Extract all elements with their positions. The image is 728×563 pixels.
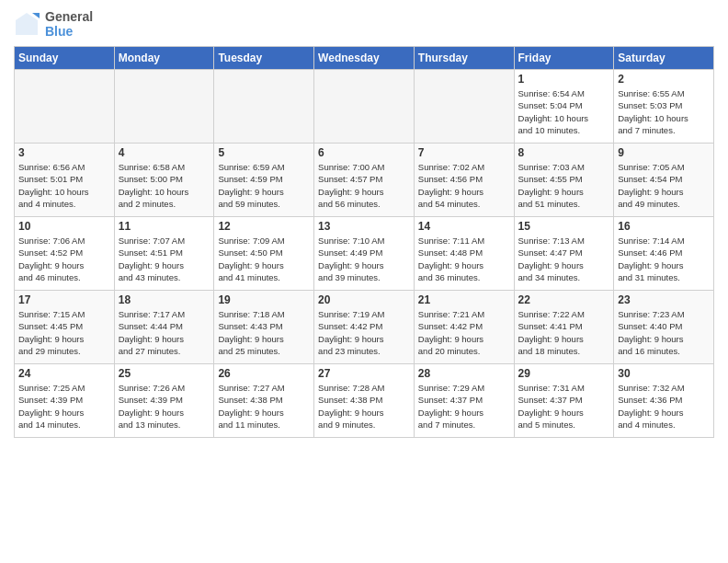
day-info: Sunrise: 7:09 AM Sunset: 4:50 PM Dayligh… xyxy=(218,235,310,283)
logo: General Blue xyxy=(14,9,93,39)
calendar-cell: 5Sunrise: 6:59 AM Sunset: 4:59 PM Daylig… xyxy=(214,144,314,217)
day-number: 20 xyxy=(318,293,410,306)
day-number: 18 xyxy=(119,293,210,306)
calendar-cell: 20Sunrise: 7:19 AM Sunset: 4:42 PM Dayli… xyxy=(314,291,415,364)
day-info: Sunrise: 6:56 AM Sunset: 5:01 PM Dayligh… xyxy=(18,161,110,210)
day-number: 14 xyxy=(418,220,510,233)
day-info: Sunrise: 7:23 AM Sunset: 4:40 PM Dayligh… xyxy=(618,308,710,357)
day-info: Sunrise: 7:32 AM Sunset: 4:36 PM Dayligh… xyxy=(618,382,710,431)
calendar-cell: 7Sunrise: 7:02 AM Sunset: 4:56 PM Daylig… xyxy=(414,144,514,217)
calendar-cell: 15Sunrise: 7:13 AM Sunset: 4:47 PM Dayli… xyxy=(514,217,614,291)
calendar-cell: 9Sunrise: 7:05 AM Sunset: 4:54 PM Daylig… xyxy=(614,144,714,217)
calendar-cell xyxy=(314,70,415,144)
day-number: 22 xyxy=(518,293,610,306)
day-info: Sunrise: 7:07 AM Sunset: 4:51 PM Dayligh… xyxy=(119,235,210,283)
main-container: General Blue SundayMondayTuesdayWednesda… xyxy=(0,0,728,447)
day-info: Sunrise: 7:25 AM Sunset: 4:39 PM Dayligh… xyxy=(18,382,110,431)
day-number: 28 xyxy=(418,367,510,380)
day-info: Sunrise: 7:05 AM Sunset: 4:54 PM Dayligh… xyxy=(618,161,710,210)
calendar-cell: 28Sunrise: 7:29 AM Sunset: 4:37 PM Dayli… xyxy=(414,364,514,438)
day-number: 4 xyxy=(119,146,210,159)
calendar-week-row: 10Sunrise: 7:06 AM Sunset: 4:52 PM Dayli… xyxy=(15,217,714,291)
header-area: General Blue xyxy=(14,9,714,39)
day-info: Sunrise: 7:14 AM Sunset: 4:46 PM Dayligh… xyxy=(618,235,710,283)
day-info: Sunrise: 7:13 AM Sunset: 4:47 PM Dayligh… xyxy=(518,235,610,283)
day-number: 30 xyxy=(618,367,710,380)
day-info: Sunrise: 6:55 AM Sunset: 5:03 PM Dayligh… xyxy=(618,87,710,136)
day-number: 23 xyxy=(618,293,710,306)
day-info: Sunrise: 7:11 AM Sunset: 4:48 PM Dayligh… xyxy=(418,235,510,283)
day-number: 13 xyxy=(318,220,410,233)
day-info: Sunrise: 6:59 AM Sunset: 4:59 PM Dayligh… xyxy=(218,161,310,210)
calendar-cell: 1Sunrise: 6:54 AM Sunset: 5:04 PM Daylig… xyxy=(514,70,614,144)
calendar-cell xyxy=(214,70,314,144)
calendar-week-row: 1Sunrise: 6:54 AM Sunset: 5:04 PM Daylig… xyxy=(15,70,714,144)
day-number: 6 xyxy=(318,146,410,159)
day-number: 15 xyxy=(518,220,610,233)
calendar-cell xyxy=(114,70,214,144)
logo-blue-text: Blue xyxy=(45,24,93,39)
day-number: 3 xyxy=(18,146,110,159)
day-info: Sunrise: 7:22 AM Sunset: 4:41 PM Dayligh… xyxy=(518,308,610,357)
calendar-table: SundayMondayTuesdayWednesdayThursdayFrid… xyxy=(14,46,714,438)
day-info: Sunrise: 7:29 AM Sunset: 4:37 PM Dayligh… xyxy=(418,382,510,431)
calendar-cell: 10Sunrise: 7:06 AM Sunset: 4:52 PM Dayli… xyxy=(15,217,115,291)
weekday-header-thursday: Thursday xyxy=(414,47,514,70)
day-info: Sunrise: 6:58 AM Sunset: 5:00 PM Dayligh… xyxy=(119,161,210,210)
day-info: Sunrise: 7:26 AM Sunset: 4:39 PM Dayligh… xyxy=(119,382,210,431)
day-number: 19 xyxy=(218,293,310,306)
day-info: Sunrise: 7:31 AM Sunset: 4:37 PM Dayligh… xyxy=(518,382,610,431)
calendar-cell: 19Sunrise: 7:18 AM Sunset: 4:43 PM Dayli… xyxy=(214,291,314,364)
day-info: Sunrise: 7:10 AM Sunset: 4:49 PM Dayligh… xyxy=(318,235,410,283)
day-number: 7 xyxy=(418,146,510,159)
day-info: Sunrise: 7:00 AM Sunset: 4:57 PM Dayligh… xyxy=(318,161,410,210)
calendar-week-row: 24Sunrise: 7:25 AM Sunset: 4:39 PM Dayli… xyxy=(15,364,714,438)
day-number: 1 xyxy=(518,73,610,86)
calendar-cell: 29Sunrise: 7:31 AM Sunset: 4:37 PM Dayli… xyxy=(514,364,614,438)
day-info: Sunrise: 7:18 AM Sunset: 4:43 PM Dayligh… xyxy=(218,308,310,357)
day-info: Sunrise: 7:17 AM Sunset: 4:44 PM Dayligh… xyxy=(119,308,210,357)
calendar-cell: 11Sunrise: 7:07 AM Sunset: 4:51 PM Dayli… xyxy=(114,217,214,291)
svg-marker-0 xyxy=(16,13,38,35)
day-number: 8 xyxy=(518,146,610,159)
calendar-cell: 4Sunrise: 6:58 AM Sunset: 5:00 PM Daylig… xyxy=(114,144,214,217)
calendar-cell: 12Sunrise: 7:09 AM Sunset: 4:50 PM Dayli… xyxy=(214,217,314,291)
day-number: 26 xyxy=(218,367,310,380)
day-info: Sunrise: 6:54 AM Sunset: 5:04 PM Dayligh… xyxy=(518,87,610,136)
weekday-header-friday: Friday xyxy=(514,47,614,70)
weekday-header-saturday: Saturday xyxy=(614,47,714,70)
calendar-cell: 18Sunrise: 7:17 AM Sunset: 4:44 PM Dayli… xyxy=(114,291,214,364)
calendar-cell: 26Sunrise: 7:27 AM Sunset: 4:38 PM Dayli… xyxy=(214,364,314,438)
day-number: 2 xyxy=(618,73,710,86)
day-number: 25 xyxy=(119,367,210,380)
day-info: Sunrise: 7:03 AM Sunset: 4:55 PM Dayligh… xyxy=(518,161,610,210)
logo-general-text: General xyxy=(45,9,93,24)
day-number: 16 xyxy=(618,220,710,233)
day-number: 17 xyxy=(18,293,110,306)
calendar-cell: 21Sunrise: 7:21 AM Sunset: 4:42 PM Dayli… xyxy=(414,291,514,364)
day-number: 5 xyxy=(218,146,310,159)
weekday-header-sunday: Sunday xyxy=(15,47,115,70)
calendar-week-row: 3Sunrise: 6:56 AM Sunset: 5:01 PM Daylig… xyxy=(15,144,714,217)
day-number: 12 xyxy=(218,220,310,233)
calendar-cell: 22Sunrise: 7:22 AM Sunset: 4:41 PM Dayli… xyxy=(514,291,614,364)
calendar-cell: 14Sunrise: 7:11 AM Sunset: 4:48 PM Dayli… xyxy=(414,217,514,291)
calendar-cell: 27Sunrise: 7:28 AM Sunset: 4:38 PM Dayli… xyxy=(314,364,415,438)
calendar-cell xyxy=(414,70,514,144)
calendar-cell: 25Sunrise: 7:26 AM Sunset: 4:39 PM Dayli… xyxy=(114,364,214,438)
weekday-header-monday: Monday xyxy=(114,47,214,70)
day-number: 29 xyxy=(518,367,610,380)
calendar-cell: 16Sunrise: 7:14 AM Sunset: 4:46 PM Dayli… xyxy=(614,217,714,291)
day-number: 27 xyxy=(318,367,410,380)
calendar-cell: 24Sunrise: 7:25 AM Sunset: 4:39 PM Dayli… xyxy=(15,364,115,438)
day-info: Sunrise: 7:15 AM Sunset: 4:45 PM Dayligh… xyxy=(18,308,110,357)
calendar-week-row: 17Sunrise: 7:15 AM Sunset: 4:45 PM Dayli… xyxy=(15,291,714,364)
day-info: Sunrise: 7:19 AM Sunset: 4:42 PM Dayligh… xyxy=(318,308,410,357)
calendar-cell: 2Sunrise: 6:55 AM Sunset: 5:03 PM Daylig… xyxy=(614,70,714,144)
day-number: 9 xyxy=(618,146,710,159)
day-info: Sunrise: 7:28 AM Sunset: 4:38 PM Dayligh… xyxy=(318,382,410,431)
calendar-cell: 3Sunrise: 6:56 AM Sunset: 5:01 PM Daylig… xyxy=(15,144,115,217)
calendar-cell: 23Sunrise: 7:23 AM Sunset: 4:40 PM Dayli… xyxy=(614,291,714,364)
weekday-header-row: SundayMondayTuesdayWednesdayThursdayFrid… xyxy=(15,47,714,70)
day-info: Sunrise: 7:02 AM Sunset: 4:56 PM Dayligh… xyxy=(418,161,510,210)
